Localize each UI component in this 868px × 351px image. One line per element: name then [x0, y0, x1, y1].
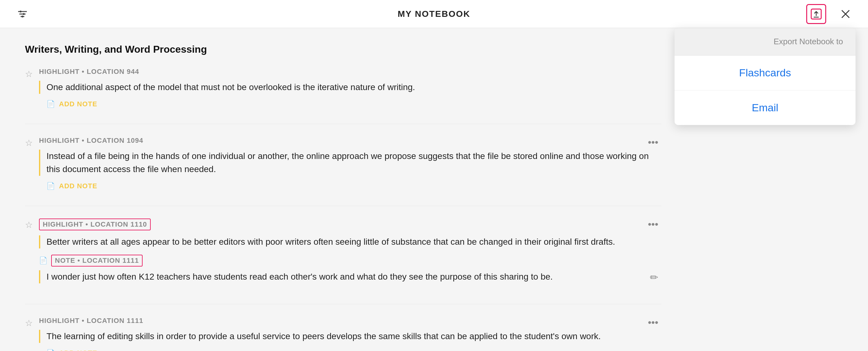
highlight-text: Better writers at all ages appear to be …: [39, 235, 661, 248]
export-dropdown: Export Notebook to Flashcards Email: [675, 28, 856, 125]
star-icon[interactable]: ☆: [25, 220, 33, 230]
divider: [25, 124, 661, 124]
filter-icon: [16, 8, 29, 20]
entry-meta: HIGHLIGHT • LOCATION 1111: [39, 317, 661, 325]
edit-note-button[interactable]: ✏: [647, 272, 661, 283]
entry-meta: HIGHLIGHT • LOCATION 1110: [39, 218, 661, 231]
export-flashcards-item[interactable]: Flashcards: [675, 56, 856, 91]
export-button[interactable]: [806, 4, 826, 24]
entry-content: HIGHLIGHT • LOCATION 1094 Instead of a f…: [39, 137, 661, 190]
add-note-button[interactable]: 📄 ADD NOTE: [39, 100, 97, 108]
add-note-button[interactable]: 📄 ADD NOTE: [39, 182, 97, 190]
add-note-button[interactable]: 📄 ADD NOTE: [39, 349, 97, 351]
export-icon: [810, 8, 823, 20]
header-left: [12, 4, 32, 24]
note-icon: 📄: [46, 100, 55, 108]
highlight-text: One additional aspect of the model that …: [39, 81, 661, 94]
filter-button[interactable]: [12, 4, 32, 24]
more-options-button[interactable]: •••: [645, 137, 661, 148]
star-icon[interactable]: ☆: [25, 138, 33, 148]
star-icon[interactable]: ☆: [25, 318, 33, 328]
note-icon: 📄: [46, 182, 55, 190]
add-note-label: ADD NOTE: [59, 182, 97, 190]
highlight-label: HIGHLIGHT • LOCATION 1111: [39, 317, 143, 325]
add-note-label: ADD NOTE: [59, 349, 97, 351]
note-doc-icon: 📄: [39, 256, 48, 265]
table-row: ☆ HIGHLIGHT • LOCATION 1110 Better write…: [25, 218, 661, 288]
main-content: Writers, Writing, and Word Processing ☆ …: [0, 28, 686, 351]
section-title: Writers, Writing, and Word Processing: [25, 44, 661, 55]
star-icon[interactable]: ☆: [25, 69, 33, 79]
table-row: ☆ HIGHLIGHT • LOCATION 1094 Instead of a…: [25, 137, 661, 190]
note-label-boxed: NOTE • LOCATION 1111: [51, 255, 143, 267]
svg-point-3: [20, 10, 22, 12]
add-note-label: ADD NOTE: [59, 100, 97, 108]
note-text: I wonder just how often K12 teachers hav…: [39, 270, 661, 283]
highlight-label: HIGHLIGHT • LOCATION 1094: [39, 137, 143, 145]
highlight-label: HIGHLIGHT • LOCATION 944: [39, 68, 139, 76]
entry-meta: HIGHLIGHT • LOCATION 1094: [39, 137, 661, 145]
more-options-button[interactable]: •••: [645, 218, 661, 230]
table-row: ☆ HIGHLIGHT • LOCATION 1111 The learning…: [25, 317, 661, 351]
entry-content: HIGHLIGHT • LOCATION 944 One additional …: [39, 68, 661, 108]
highlight-text: Instead of a file being in the hands of …: [39, 150, 661, 176]
more-options-button[interactable]: •••: [645, 317, 661, 328]
close-icon: [839, 8, 852, 20]
divider: [25, 206, 661, 206]
svg-point-4: [23, 13, 25, 15]
export-header-label: Export Notebook to: [675, 28, 856, 56]
note-entry: 📄 NOTE • LOCATION 1111 I wonder just how…: [39, 255, 661, 283]
header: MY NOTEBOOK: [0, 0, 868, 28]
close-button[interactable]: [836, 4, 856, 24]
header-right: [806, 4, 856, 24]
entry-content: HIGHLIGHT • LOCATION 1110 Better writers…: [39, 218, 661, 288]
note-meta: 📄 NOTE • LOCATION 1111: [39, 255, 661, 267]
table-row: ☆ HIGHLIGHT • LOCATION 944 One additiona…: [25, 68, 661, 108]
note-icon: 📄: [46, 349, 55, 351]
svg-point-5: [22, 15, 23, 17]
highlight-label-boxed: HIGHLIGHT • LOCATION 1110: [39, 218, 151, 231]
divider: [25, 304, 661, 304]
export-email-item[interactable]: Email: [675, 91, 856, 125]
highlight-text: The learning of editing skills in order …: [39, 330, 661, 343]
entry-meta: HIGHLIGHT • LOCATION 944: [39, 68, 661, 76]
page-title: MY NOTEBOOK: [398, 9, 470, 19]
entry-content: HIGHLIGHT • LOCATION 1111 The learning o…: [39, 317, 661, 351]
